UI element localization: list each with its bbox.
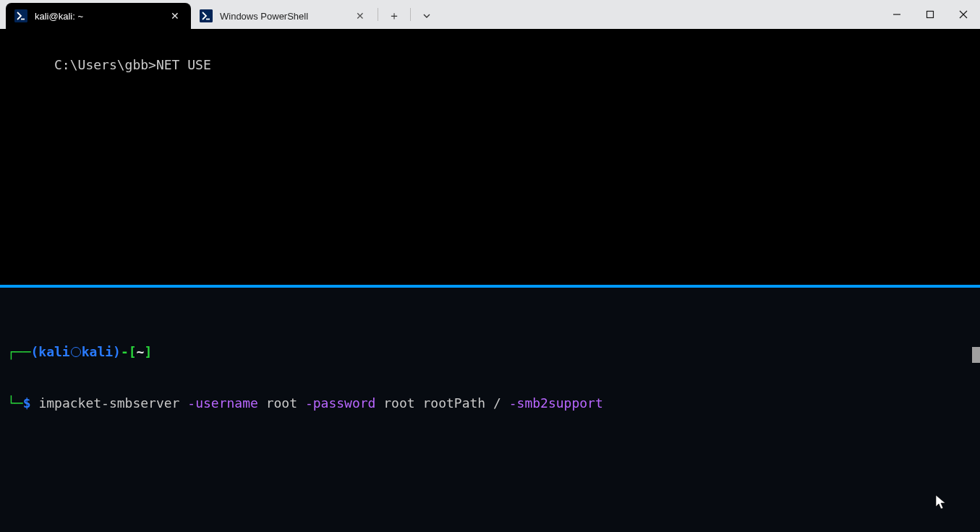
tab-label: kali@kali: ~ xyxy=(35,11,168,22)
scrollbar-thumb[interactable] xyxy=(972,347,980,363)
powershell-icon xyxy=(200,9,213,22)
cmd-val-username: root xyxy=(266,395,297,411)
prompt-open-paren: ( xyxy=(31,344,39,359)
minimize-button[interactable] xyxy=(880,0,913,29)
prompt-close-paren: ) xyxy=(113,344,121,359)
chevron-down-icon xyxy=(422,12,431,20)
prompt-close-bracket: ] xyxy=(144,344,152,359)
cmd-val-password: root xyxy=(383,395,414,411)
command-text: NET USE xyxy=(156,57,211,72)
cmd-flag-username: -username xyxy=(187,395,258,411)
kali-prompt-line1: ┌──(kalikali)-[~] xyxy=(7,343,973,360)
skull-icon xyxy=(71,347,81,357)
svg-rect-3 xyxy=(927,12,934,18)
bottom-pane-kali[interactable]: ┌──(kalikali)-[~] └─$ impacket-smbserver… xyxy=(0,288,980,532)
tab-label: Windows PowerShell xyxy=(220,11,353,22)
cmd-binary: impacket-smbserver xyxy=(38,395,179,411)
tab-kali[interactable]: kali@kali: ~ ✕ xyxy=(6,3,191,29)
tab-strip: kali@kali: ~ ✕ Windows PowerShell ✕ ＋ xyxy=(0,0,441,29)
terminal-window: kali@kali: ~ ✕ Windows PowerShell ✕ ＋ xyxy=(0,0,980,532)
tab-powershell[interactable]: Windows PowerShell ✕ xyxy=(191,3,376,29)
close-window-button[interactable] xyxy=(947,0,980,29)
cmd-share-name: rootPath xyxy=(422,395,485,411)
prompt-dollar: $ xyxy=(23,395,31,411)
prompt-host: kali xyxy=(82,344,113,359)
prompt-side: └─ xyxy=(7,395,23,411)
cmd-flag-password: -password xyxy=(305,395,376,411)
cmd-flag-smb2: -smb2support xyxy=(509,395,603,411)
prompt-cwd: ~ xyxy=(137,344,145,359)
new-tab-button[interactable]: ＋ xyxy=(380,3,409,29)
prompt-corner: ┌── xyxy=(7,344,31,359)
prompt-open-bracket: [ xyxy=(129,344,137,359)
maximize-button[interactable] xyxy=(913,0,947,29)
window-controls xyxy=(880,0,980,29)
title-bar: kali@kali: ~ ✕ Windows PowerShell ✕ ＋ xyxy=(0,0,980,29)
mouse-cursor-icon xyxy=(872,477,884,493)
tab-dropdown-button[interactable] xyxy=(412,3,441,29)
kali-prompt-line2: └─$ impacket-smbserver -username root -p… xyxy=(7,395,973,411)
cmd-prompt: C:\Users\gbb>NET USE xyxy=(54,57,211,72)
prompt-dash: - xyxy=(121,344,129,359)
cmd-path: / xyxy=(493,395,501,411)
split-content: C:\Users\gbb>NET USE ┌──(kalikali)-[~] └… xyxy=(0,29,980,532)
powershell-icon xyxy=(14,9,27,22)
top-pane-cmd[interactable]: C:\Users\gbb>NET USE xyxy=(0,29,980,285)
tab-divider xyxy=(410,8,411,21)
tab-divider xyxy=(378,8,378,21)
prompt-user: kali xyxy=(38,344,69,359)
prompt-text: C:\Users\gbb> xyxy=(54,57,156,72)
close-icon[interactable]: ✕ xyxy=(353,9,367,22)
close-icon[interactable]: ✕ xyxy=(168,9,182,22)
